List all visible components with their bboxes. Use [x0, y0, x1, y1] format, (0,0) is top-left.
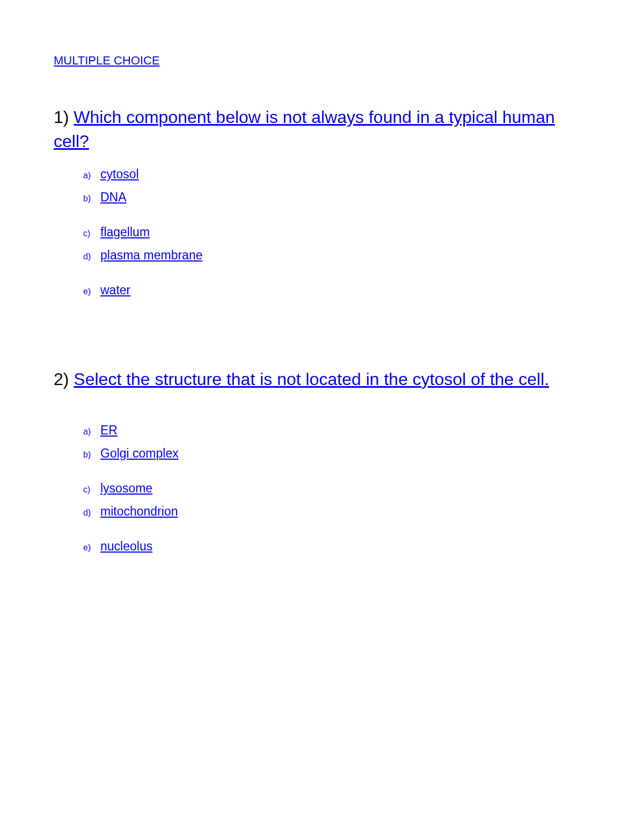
option-item: b) Golgi complex [83, 446, 590, 461]
option-item: e) nucleolus [83, 539, 590, 554]
question-title: 1) Which component below is not always f… [54, 105, 590, 154]
option-link[interactable]: mitochondrion [100, 504, 178, 519]
question-title: 2) Select the structure that is not loca… [54, 367, 590, 391]
option-label: e) [83, 543, 98, 553]
option-item: c) lysosome [83, 481, 590, 496]
option-item: d) mitochondrion [83, 504, 590, 519]
option-link[interactable]: Golgi complex [100, 446, 179, 461]
option-label: d) [83, 508, 98, 518]
option-label: a) [83, 427, 98, 437]
option-link[interactable]: nucleolus [100, 539, 152, 554]
question-block: 1) Which component below is not always f… [54, 105, 590, 298]
option-item: a) cytosol [83, 167, 590, 182]
option-link[interactable]: ER [100, 423, 118, 438]
option-link[interactable]: lysosome [100, 481, 152, 496]
option-link[interactable]: flagellum [100, 225, 150, 240]
option-link[interactable]: DNA [100, 190, 127, 205]
option-link[interactable]: cytosol [100, 167, 139, 182]
question-text-link[interactable]: Which component below is not always foun… [54, 107, 555, 151]
option-label: c) [83, 229, 98, 238]
option-link[interactable]: plasma membrane [100, 248, 202, 263]
option-label: d) [83, 252, 98, 262]
option-label: b) [83, 450, 98, 460]
question-block: 2) Select the structure that is not loca… [54, 367, 590, 554]
options-list: a) ER b) Golgi complex c) lysosome d) mi… [54, 423, 590, 554]
question-number: 1) [54, 107, 69, 127]
option-link[interactable]: water [100, 283, 130, 298]
option-item: a) ER [83, 423, 590, 438]
options-list: a) cytosol b) DNA c) flagellum d) plasma… [54, 167, 590, 298]
option-item: b) DNA [83, 190, 590, 205]
question-text-link[interactable]: Select the structure that is not located… [74, 369, 549, 389]
question-number: 2) [54, 369, 69, 389]
option-item: e) water [83, 283, 590, 298]
section-header: MULTIPLE CHOICE [54, 54, 590, 68]
option-label: e) [83, 287, 98, 296]
option-label: b) [83, 194, 98, 204]
option-label: a) [83, 171, 98, 180]
option-label: c) [83, 485, 98, 495]
option-item: d) plasma membrane [83, 248, 590, 263]
option-item: c) flagellum [83, 225, 590, 240]
